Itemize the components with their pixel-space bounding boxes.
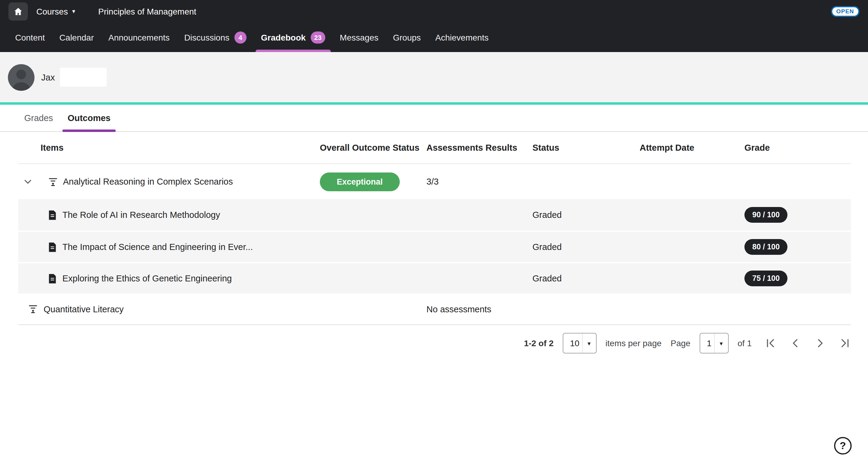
course-navbar: Content Calendar Announcements Discussio… bbox=[0, 23, 868, 52]
nav-label: Groups bbox=[393, 33, 421, 42]
collapse-outcome-button[interactable] bbox=[23, 177, 33, 187]
nav-label: Achievements bbox=[435, 33, 489, 42]
assessment-row: Exploring the Ethics of Genetic Engineer… bbox=[18, 262, 851, 294]
assessment-title: Exploring the Ethics of Genetic Engineer… bbox=[62, 273, 232, 283]
column-header-attempt-date: Attempt Date bbox=[640, 143, 744, 153]
question-mark-icon: ? bbox=[840, 440, 846, 452]
nav-label: Content bbox=[15, 33, 45, 42]
top-bar: Courses ▾ Principles of Management OPEN bbox=[0, 0, 868, 23]
pagination-bar: 1-2 of 2 10 ▾ items per page Page 1 ▾ of… bbox=[0, 333, 851, 354]
grade-badge: 80 / 100 bbox=[744, 239, 787, 255]
next-page-button[interactable] bbox=[814, 337, 826, 349]
nav-item-calendar[interactable]: Calendar bbox=[52, 23, 101, 52]
previous-page-button[interactable] bbox=[789, 337, 801, 349]
document-icon bbox=[48, 242, 57, 252]
student-header: Jax bbox=[0, 52, 868, 102]
courses-label: Courses bbox=[36, 7, 68, 16]
last-page-icon bbox=[840, 338, 850, 349]
accent-divider bbox=[0, 102, 868, 105]
gradebook-outcomes-page: Courses ▾ Principles of Management OPEN … bbox=[0, 0, 868, 463]
outcome-icon bbox=[28, 304, 38, 314]
chevron-down-icon: ▾ bbox=[582, 333, 596, 353]
nav-item-discussions[interactable]: Discussions 4 bbox=[177, 23, 253, 52]
avatar bbox=[8, 64, 34, 91]
student-name: Jax bbox=[41, 72, 55, 82]
assessment-title: The Impact of Science and Engineering in… bbox=[62, 242, 253, 252]
nav-item-content[interactable]: Content bbox=[8, 23, 52, 52]
first-page-icon bbox=[765, 338, 776, 349]
tab-grades[interactable]: Grades bbox=[24, 105, 53, 131]
column-header-status: Status bbox=[532, 143, 640, 153]
assessment-item-cell: The Role of AI in Research Methodology bbox=[18, 210, 320, 220]
grade-badge: 75 / 100 bbox=[744, 270, 787, 286]
home-icon bbox=[13, 7, 23, 16]
overall-outcome-status-badge: Exceptional bbox=[320, 172, 400, 191]
nav-item-gradebook[interactable]: Gradebook 23 bbox=[254, 23, 333, 52]
items-per-page-select[interactable]: 10 ▾ bbox=[563, 333, 596, 354]
items-per-page-label: items per page bbox=[606, 338, 661, 348]
open-status-badge: OPEN bbox=[831, 6, 860, 17]
gradebook-tabs: Grades Outcomes bbox=[0, 105, 868, 132]
page-total-label: of 1 bbox=[738, 338, 752, 348]
nav-label: Calendar bbox=[59, 33, 94, 42]
nav-label: Gradebook bbox=[261, 33, 306, 42]
grade-badge: 90 / 100 bbox=[744, 207, 787, 223]
outcome-title: Quantitative Literacy bbox=[43, 304, 124, 314]
outcome-row: Analytical Reasoning in Complex Scenario… bbox=[18, 163, 851, 199]
outcome-item-cell: Analytical Reasoning in Complex Scenario… bbox=[18, 176, 320, 187]
discussions-count-badge: 4 bbox=[235, 31, 247, 43]
document-icon bbox=[48, 210, 57, 220]
assessment-row: The Impact of Science and Engineering in… bbox=[18, 231, 851, 262]
gradebook-count-badge: 23 bbox=[310, 31, 325, 43]
assessment-row: The Role of AI in Research Methodology G… bbox=[18, 199, 851, 231]
assessment-item-cell: Exploring the Ethics of Genetic Engineer… bbox=[18, 273, 320, 284]
grade-cell: 90 / 100 bbox=[744, 207, 851, 223]
courses-menu-button[interactable]: Courses ▾ bbox=[36, 7, 75, 16]
tab-outcomes[interactable]: Outcomes bbox=[67, 105, 111, 131]
assessment-item-cell: The Impact of Science and Engineering in… bbox=[18, 242, 320, 252]
assessment-title: The Role of AI in Research Methodology bbox=[62, 210, 220, 220]
grade-cell: 75 / 100 bbox=[744, 270, 851, 286]
grade-cell: 80 / 100 bbox=[744, 239, 851, 255]
first-page-button[interactable] bbox=[765, 337, 777, 349]
column-header-items: Items bbox=[18, 143, 320, 153]
pager-controls bbox=[765, 337, 851, 349]
nav-item-groups[interactable]: Groups bbox=[385, 23, 428, 52]
outcomes-table: Items Overall Outcome Status Assessments… bbox=[18, 132, 851, 325]
nav-item-messages[interactable]: Messages bbox=[333, 23, 386, 52]
assessment-status: Graded bbox=[532, 273, 640, 283]
assessments-results-value: 3/3 bbox=[427, 177, 532, 187]
assessments-results-value: No assessments bbox=[427, 304, 532, 314]
table-header-row: Items Overall Outcome Status Assessments… bbox=[18, 132, 851, 163]
assessment-status: Graded bbox=[532, 242, 640, 252]
home-button[interactable] bbox=[8, 2, 28, 21]
chevron-down-icon bbox=[23, 177, 33, 187]
page-number-select[interactable]: 1 ▾ bbox=[700, 333, 729, 354]
column-header-overall-outcome-status: Overall Outcome Status bbox=[320, 143, 427, 153]
column-header-assessments-results: Assessments Results bbox=[427, 143, 532, 153]
nav-label: Discussions bbox=[184, 33, 229, 42]
items-per-page-value: 10 bbox=[563, 338, 582, 348]
nav-label: Messages bbox=[340, 33, 379, 42]
chevron-down-icon: ▾ bbox=[714, 333, 728, 353]
overall-status-cell: Exceptional bbox=[320, 172, 427, 191]
chevron-left-icon bbox=[790, 338, 801, 349]
chevron-right-icon bbox=[815, 338, 826, 349]
redacted-text-block bbox=[60, 68, 106, 87]
help-button[interactable]: ? bbox=[834, 437, 851, 455]
last-page-button[interactable] bbox=[839, 337, 851, 349]
nav-item-announcements[interactable]: Announcements bbox=[101, 23, 177, 52]
column-header-grade: Grade bbox=[744, 143, 851, 153]
document-icon bbox=[48, 273, 57, 284]
page-number-value: 1 bbox=[700, 338, 714, 348]
nav-item-achievements[interactable]: Achievements bbox=[428, 23, 496, 52]
outcome-title: Analytical Reasoning in Complex Scenario… bbox=[63, 177, 233, 187]
nav-label: Announcements bbox=[108, 33, 169, 42]
page-label: Page bbox=[671, 338, 690, 348]
results-range: 1-2 of 2 bbox=[524, 338, 554, 348]
chevron-down-icon: ▾ bbox=[72, 8, 75, 14]
outcome-item-cell: Quantitative Literacy bbox=[18, 304, 320, 314]
outcome-row: Quantitative Literacy No assessments bbox=[18, 294, 851, 324]
person-icon bbox=[8, 64, 34, 91]
assessment-status: Graded bbox=[532, 210, 640, 220]
